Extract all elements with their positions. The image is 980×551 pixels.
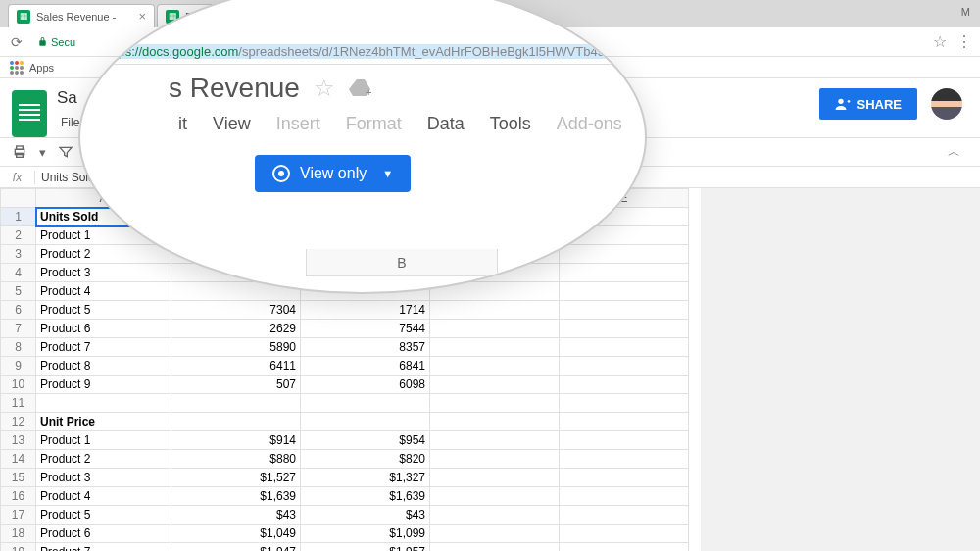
collapse-toolbar-icon[interactable]: ︿	[948, 143, 960, 161]
cell[interactable]	[430, 320, 560, 338]
browser-tab-active[interactable]: ▦ Sales Revenue - ×	[8, 4, 155, 27]
cell[interactable]: $1,099	[301, 525, 430, 543]
document-title[interactable]: Sa	[57, 88, 83, 108]
cell[interactable]	[560, 525, 689, 543]
cell[interactable]: $1,639	[172, 487, 301, 506]
cell[interactable]	[301, 413, 430, 431]
cell[interactable]: Product 5	[36, 301, 172, 320]
reload-icon[interactable]: ⟳	[8, 33, 25, 51]
cell[interactable]	[301, 394, 430, 413]
cell[interactable]: Product 7	[36, 338, 172, 357]
cell[interactable]: 6841	[301, 357, 430, 376]
cell[interactable]	[430, 357, 560, 376]
row-header[interactable]: 11	[1, 394, 36, 413]
cell[interactable]: 6098	[301, 376, 430, 394]
user-avatar[interactable]	[931, 88, 962, 120]
cell[interactable]	[430, 301, 560, 320]
drive-add-icon[interactable]: +	[349, 76, 372, 100]
apps-icon[interactable]	[10, 61, 24, 75]
row-header[interactable]: 10	[1, 376, 36, 394]
cell[interactable]: 7544	[301, 320, 430, 338]
cell[interactable]: 8357	[301, 338, 430, 357]
cell[interactable]	[430, 431, 560, 450]
cell[interactable]: Product 7	[36, 543, 172, 552]
cell[interactable]: Product 2	[36, 450, 172, 469]
cell[interactable]	[430, 543, 560, 552]
share-button[interactable]: SHARE	[819, 88, 917, 120]
cell[interactable]	[430, 450, 560, 469]
cell[interactable]	[560, 394, 689, 413]
cell[interactable]	[560, 506, 689, 525]
row-header[interactable]: 1	[1, 208, 36, 226]
cell[interactable]: Product 8	[36, 357, 172, 376]
cell[interactable]: Unit Price	[36, 413, 172, 431]
cell[interactable]	[560, 543, 689, 552]
cell[interactable]: $43	[172, 506, 301, 525]
cell[interactable]	[560, 413, 689, 431]
cell[interactable]	[560, 264, 689, 282]
cell[interactable]	[172, 413, 301, 431]
cell[interactable]	[560, 357, 689, 376]
secure-indicator[interactable]: Secu	[37, 36, 75, 48]
cell[interactable]: Product 6	[36, 525, 172, 543]
corner-cell[interactable]	[1, 189, 36, 208]
cell[interactable]: $1,527	[172, 469, 301, 487]
cell[interactable]: 6411	[172, 357, 301, 376]
zoom-menu-item[interactable]: Insert	[276, 114, 320, 134]
close-icon[interactable]: ×	[138, 9, 146, 24]
row-header[interactable]: 19	[1, 543, 36, 552]
cell[interactable]	[560, 376, 689, 394]
cell[interactable]	[430, 487, 560, 506]
cell[interactable]: 1714	[301, 301, 430, 320]
zoom-doc-title[interactable]: s Revenue	[169, 73, 300, 104]
cell[interactable]	[430, 469, 560, 487]
cell[interactable]	[560, 301, 689, 320]
cell[interactable]: Product 4	[36, 282, 172, 301]
cell[interactable]: $1,639	[301, 487, 430, 506]
apps-label[interactable]: Apps	[29, 62, 54, 74]
cell[interactable]: $880	[172, 450, 301, 469]
cell[interactable]	[430, 413, 560, 431]
cell[interactable]: Product 9	[36, 376, 172, 394]
row-header[interactable]: 8	[1, 338, 36, 357]
cell[interactable]: Product 3	[36, 469, 172, 487]
browser-menu-icon[interactable]: ⋮	[956, 32, 972, 51]
cell[interactable]	[560, 282, 689, 301]
sheets-logo-icon[interactable]	[12, 90, 47, 137]
zoom-menu-item[interactable]: View	[213, 114, 251, 134]
view-only-button[interactable]: View only ▼	[255, 155, 411, 192]
cell[interactable]	[172, 394, 301, 413]
cell[interactable]: Product 6	[36, 320, 172, 338]
zoom-menu-item[interactable]: Data	[427, 114, 465, 134]
cell[interactable]: Product 1	[36, 431, 172, 450]
cell[interactable]: Product 3	[36, 264, 172, 282]
cell[interactable]	[560, 431, 689, 450]
cell[interactable]: 507	[172, 376, 301, 394]
cell[interactable]: $954	[301, 431, 430, 450]
cell[interactable]	[560, 320, 689, 338]
cell[interactable]: $1,947	[172, 543, 301, 552]
cell[interactable]	[430, 506, 560, 525]
cell[interactable]: $1,957	[301, 543, 430, 552]
zoom-url-bar[interactable]: https://docs.google.com/spreadsheets/d/1…	[80, 39, 645, 65]
row-header[interactable]: 5	[1, 282, 36, 301]
cell[interactable]	[560, 469, 689, 487]
row-header[interactable]: 15	[1, 469, 36, 487]
row-header[interactable]: 2	[1, 226, 36, 245]
cell[interactable]: $820	[301, 450, 430, 469]
row-header[interactable]: 4	[1, 264, 36, 282]
cell[interactable]	[560, 450, 689, 469]
row-header[interactable]: 9	[1, 357, 36, 376]
zoom-menu-item[interactable]: Add-ons	[557, 114, 622, 134]
cell[interactable]: 5890	[172, 338, 301, 357]
cell[interactable]	[430, 376, 560, 394]
filter-icon[interactable]	[58, 144, 74, 160]
row-header[interactable]: 13	[1, 431, 36, 450]
cell[interactable]	[560, 245, 689, 264]
zoom-menu-item[interactable]: it	[178, 114, 187, 134]
row-header[interactable]: 3	[1, 245, 36, 264]
zoom-column-header[interactable]: B	[306, 249, 498, 276]
bookmark-star-icon[interactable]: ☆	[933, 32, 947, 51]
cell[interactable]	[430, 525, 560, 543]
row-header[interactable]: 14	[1, 450, 36, 469]
